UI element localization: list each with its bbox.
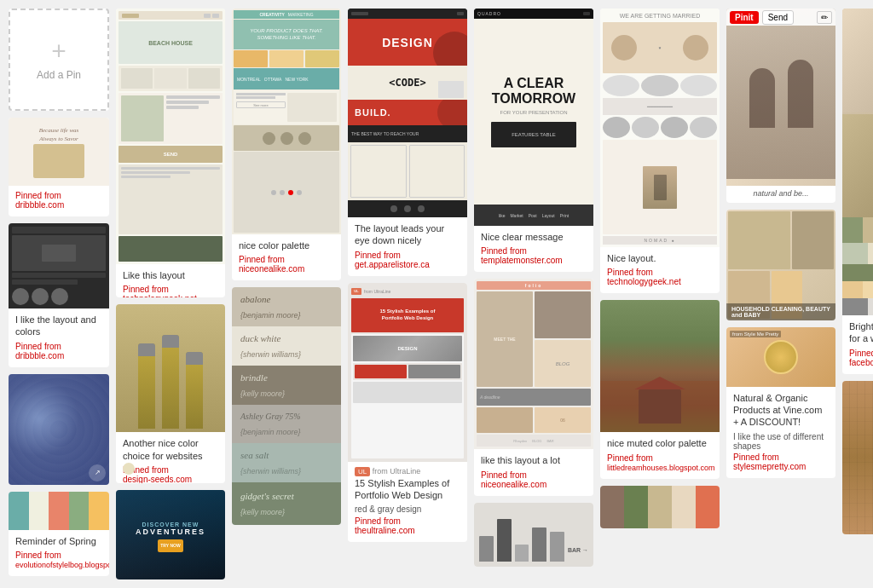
pin-description: Nice clear message	[481, 231, 587, 243]
pin-meta: nice muted color palette Pinned from lit…	[600, 432, 720, 478]
add-pin-label: Add a Pin	[37, 69, 81, 81]
quadro-card[interactable]: QUADRO A CLEARTOMORROW FOR YOUR PRESENTA…	[474, 9, 593, 272]
pin-description: like this layout a lot	[481, 454, 587, 466]
pin-meta: UL from UltraLine 15 Stylish Examples of…	[348, 462, 467, 543]
couple-card[interactable]: Pinit Send ✏ natural and be...	[726, 9, 835, 203]
pin-source: Pinned from technologygeek.net	[123, 285, 218, 297]
pin-source: Pinned from niceonealike.com	[481, 470, 587, 489]
pin-source: Pinned from littledreamhouses.blogspot.c…	[607, 453, 713, 472]
cursive-quote-card[interactable]: Because life was Always to Savor Pinned …	[9, 118, 109, 216]
pin-meta: nice color palette Pinned from niceoneal…	[232, 234, 341, 280]
add-pin-card[interactable]: + Add a Pin	[9, 9, 109, 111]
color-swatches-card[interactable]: abalone {benjamin moore} duck white {she…	[232, 287, 341, 525]
column-2: CREATIVITY MARKETING YOUR PRODUCT DOES T…	[232, 9, 341, 579]
spring-palette-card[interactable]: Reminder of Spring Pinned from evolution…	[9, 492, 109, 576]
wood-texture-card[interactable]	[842, 381, 873, 534]
creativity-card[interactable]: CREATIVITY MARKETING YOUR PRODUCT DOES T…	[232, 9, 341, 280]
pin-source: Pinned from facebook.com	[849, 349, 873, 367]
column-0: + Add a Pin Because life was Always to S…	[9, 9, 109, 579]
duck-white-label: duck white	[240, 333, 280, 343]
pin-source: Pinned from evolutionofstylelbog.blogspo…	[15, 551, 102, 569]
pin-description: Like this layout	[123, 269, 218, 281]
pin-source: Pinned from niceonealike.com	[239, 255, 334, 274]
column-7: Bright, Fresh colors for a website Pinne…	[842, 9, 873, 579]
pin-source: Pinned from design-seeds.com	[123, 465, 218, 483]
column-5: WE ARE GETTING MARRIED ♥ ━━━━━━━━━━	[600, 9, 720, 579]
pin-description: The layout leads your eye down nicely	[355, 222, 460, 247]
pin-description: 15 Stylish Examples of Portfolio Web Des…	[355, 477, 460, 502]
pin-meta: Like this layout Pinned from technologyg…	[116, 264, 225, 297]
pin-source: Pinned from technologygeek.net	[607, 268, 713, 286]
pin-description: Nice layout.	[607, 252, 713, 264]
pin-source: Pinned from templatemonster.com	[481, 246, 587, 265]
pin-source: Pinned from stylesmepretty.com	[733, 453, 829, 471]
pin-meta: Reminder of Spring Pinned from evolution…	[9, 530, 109, 576]
organic-card[interactable]: from Style Me Pretty Natural & Organic P…	[726, 327, 835, 478]
portfolio-card[interactable]: UL from UltraLine 15 Stylish Examples of…	[348, 283, 467, 543]
pin-description: I like the layout and colors	[15, 314, 102, 338]
pin-description: Bright, Fresh colors for a website	[849, 320, 873, 345]
wedding-card[interactable]: WE ARE GETTING MARRIED ♥ ━━━━━━━━━━	[600, 9, 720, 293]
pin-description: Natural & Organic Products at Vine.com +…	[733, 392, 829, 429]
send-button[interactable]: Send	[762, 10, 794, 25]
design-code-card[interactable]: DESIGN <CODE> BUILD. THE BEST WAY TO RE	[348, 9, 467, 276]
pin-meta: Nice clear message Pinned from templatem…	[474, 226, 593, 272]
interior-card[interactable]: HOUSEHOLD CLEANING, BEAUTY and BABY	[726, 210, 835, 320]
pinterest-board: + Add a Pin Because life was Always to S…	[0, 0, 873, 588]
fresh-palette-card[interactable]: Bright, Fresh colors for a website Pinne…	[842, 9, 873, 374]
light-website-card[interactable]: BEACH HOUSE	[116, 9, 225, 297]
pin-description: Reminder of Spring	[15, 535, 102, 547]
barn-card[interactable]: nice muted color palette Pinned from lit…	[600, 300, 720, 478]
pin-meta: I like the layout and colors Pinned from…	[9, 308, 109, 367]
discover-card[interactable]: DISCOVER NEW ADVENTURES TRY NOW	[116, 490, 225, 579]
pin-source: Pinned from theultraline.com	[355, 516, 460, 535]
pin-meta: Another nice color choice for websites P…	[116, 432, 225, 482]
blue-floral-card[interactable]: ↗	[9, 374, 109, 485]
pin-source: Pinned from dribbble.com	[15, 342, 102, 360]
pin-meta: Bright, Fresh colors for a website Pinne…	[842, 315, 873, 374]
pin-description: nice muted color palette	[607, 437, 713, 449]
pinit-button[interactable]: Pinit	[730, 11, 759, 24]
pin-meta: Pinned from dribbble.com	[9, 186, 109, 216]
bar-chart-card[interactable]: BAR →	[474, 503, 593, 567]
column-4: QUADRO A CLEARTOMORROW FOR YOUR PRESENTA…	[474, 9, 593, 579]
pin-meta: The layout leads your eye down nicely Pi…	[348, 217, 467, 276]
pinned-from-label: Pinned from	[15, 191, 61, 200]
pin-description: Another nice color choice for websites	[123, 437, 218, 462]
column-1: BEACH HOUSE	[116, 9, 225, 579]
edit-button[interactable]: ✏	[817, 11, 832, 24]
pin-source: Pinned from get.apparelistore.ca	[355, 251, 460, 269]
pin-description: nice color palette	[239, 239, 334, 251]
column-3: DESIGN <CODE> BUILD. THE BEST WAY TO RE	[348, 9, 467, 579]
pin-source: Pinned from dribbble.com	[15, 191, 102, 210]
folio-card[interactable]: folio MEET THE BLOG	[474, 279, 593, 495]
plus-icon: +	[51, 38, 66, 64]
muted-palette-card[interactable]	[600, 486, 720, 528]
pin-meta: Nice layout. Pinned from technologygeek.…	[600, 247, 720, 293]
beer-bottles-card[interactable]: Another nice color choice for websites P…	[116, 304, 225, 482]
pin-meta: like this layout a lot Pinned from niceo…	[474, 449, 593, 495]
dark-layout-card[interactable]: I like the layout and colors Pinned from…	[9, 223, 109, 367]
column-6: Pinit Send ✏ natural and be...	[726, 9, 835, 579]
pin-meta: Natural & Organic Products at Vine.com +…	[726, 387, 835, 478]
